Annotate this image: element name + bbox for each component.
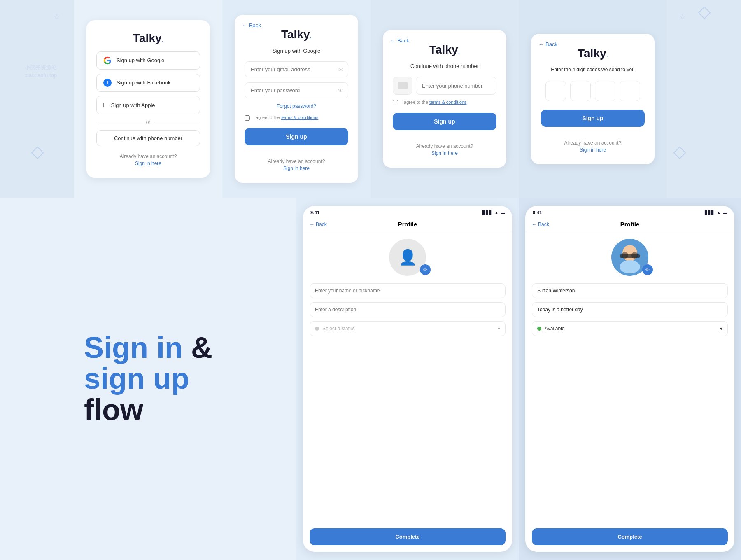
- otp-box-4[interactable]: [620, 81, 640, 101]
- tagline-line1: Sign in &: [84, 332, 212, 364]
- complete-button-filled[interactable]: Complete: [532, 528, 728, 545]
- already-account-text-1: Already have an account?: [96, 154, 200, 159]
- terms-checkbox-2[interactable]: [245, 115, 250, 121]
- facebook-signup-button[interactable]: f Sign up with Facebook: [96, 74, 200, 92]
- signin-link-1[interactable]: Sign in here: [96, 161, 200, 166]
- profile-empty-frame: 9:41 ▋▋▋ ▲ ▬ ← Back Profile: [303, 206, 512, 552]
- terms-label-2: I agree to the terms & conditions: [253, 115, 318, 120]
- google-btn-label: Sign up with Google: [117, 57, 164, 63]
- avatar-filled-area: ✏: [532, 239, 728, 276]
- terms-checkbox-3[interactable]: [393, 100, 398, 105]
- back-arrow-icon-profile-filled: ←: [532, 222, 537, 227]
- terms-label-3: I agree to the terms & conditions: [401, 100, 466, 105]
- logo-dot-4: .: [606, 51, 608, 58]
- signup-button-2[interactable]: Sign up: [245, 128, 348, 145]
- facebook-btn-label: Sign up with Facebook: [117, 79, 171, 86]
- google-icon: [103, 56, 112, 65]
- description-input-empty[interactable]: [310, 302, 506, 317]
- terms-link-3[interactable]: terms & conditions: [429, 100, 466, 105]
- logo-dot-2: .: [310, 33, 312, 40]
- profile-filled-title: Profile: [620, 221, 640, 228]
- screen3-subtitle: Continue with phone number: [393, 63, 496, 69]
- screen-3-card: ← Back Talky. Continue with phone number…: [383, 30, 506, 168]
- email-icon: ✉: [338, 66, 343, 73]
- name-display-filled: Suzan Winterson: [532, 283, 728, 298]
- status-select-left-empty: Select a status: [315, 326, 355, 331]
- status-select-filled[interactable]: Available ▾: [532, 321, 728, 336]
- avatar-empty-area: 👤 ✏: [310, 239, 506, 276]
- otp-row: [541, 81, 645, 101]
- flag-placeholder: [398, 82, 408, 89]
- status-bar-empty: 9:41 ▋▋▋ ▲ ▬: [303, 206, 512, 217]
- signin-link-4[interactable]: Sign in here: [541, 147, 645, 153]
- wifi-icon: ▲: [494, 210, 499, 215]
- profile-filled-frame: 9:41 ▋▋▋ ▲ ▬ ← Back Profile: [525, 206, 734, 552]
- tagline-flow: flow: [84, 394, 212, 426]
- status-bar-filled: 9:41 ▋▋▋ ▲ ▬: [525, 206, 734, 217]
- back-link-3[interactable]: ← Back: [390, 37, 409, 44]
- profile-filled-content: ✏ Suzan Winterson Today is a better day …: [525, 232, 734, 552]
- signin-link-3[interactable]: Sign in here: [393, 150, 496, 156]
- back-link-2[interactable]: ← Back: [242, 22, 261, 28]
- back-arrow-icon-2: ←: [242, 22, 247, 28]
- tagline-and: &: [183, 331, 212, 364]
- chevron-down-icon-empty: ▾: [498, 326, 500, 331]
- back-link-profile-empty[interactable]: ← Back: [310, 222, 327, 227]
- already-account-text-2: Already have an account?: [245, 159, 348, 164]
- signal-icon: ▋▋▋: [482, 210, 492, 215]
- right-panels: 9:41 ▋▋▋ ▲ ▬ ← Back Profile: [296, 198, 741, 560]
- screen-2-panel: ← Back Talky. Sign up with Google ✉ 👁 Fo…: [222, 0, 370, 198]
- signal-icons-filled: ▋▋▋ ▲ ▬: [705, 210, 727, 215]
- status-select-empty[interactable]: Select a status ▾: [310, 321, 506, 336]
- top-row: Talky. Sign up with Google f Sign up wit…: [0, 0, 741, 198]
- tagline-signup: sign up: [84, 363, 212, 394]
- complete-button-empty[interactable]: Complete: [310, 528, 506, 545]
- profile-filled-header: ← Back Profile: [525, 217, 734, 232]
- phone-input[interactable]: [416, 77, 496, 95]
- tagline-signin: Sign in: [84, 331, 183, 364]
- app-name-1: Talky: [133, 32, 162, 44]
- terms-row-3: I agree to the terms & conditions: [393, 100, 496, 105]
- signin-link-2[interactable]: Sign in here: [245, 166, 348, 171]
- terms-link-2[interactable]: terms & conditions: [281, 115, 318, 120]
- desc-display-filled: Today is a better day: [532, 302, 728, 317]
- time-filled: 9:41: [533, 210, 542, 215]
- google-signup-button[interactable]: Sign up with Google: [96, 51, 200, 70]
- back-link-profile-filled[interactable]: ← Back: [532, 222, 549, 227]
- already-account-text-4: Already have an account?: [541, 140, 645, 146]
- screen2-subtitle: Sign up with Google: [245, 48, 348, 54]
- name-input-empty[interactable]: [310, 283, 506, 298]
- profile-empty-header: ← Back Profile: [303, 217, 512, 232]
- status-placeholder-empty: Select a status: [322, 326, 355, 331]
- edit-avatar-button-filled[interactable]: ✏: [642, 264, 653, 275]
- signup-button-3[interactable]: Sign up: [393, 113, 496, 130]
- phone-continue-button[interactable]: Continue with phone number: [96, 130, 200, 146]
- signal-icon-filled: ▋▋▋: [705, 210, 715, 215]
- forgot-password-link[interactable]: Forgot password?: [245, 103, 348, 109]
- svg-point-5: [620, 260, 640, 273]
- apple-signup-button[interactable]:  Sign up with Apple: [96, 96, 200, 114]
- app-name-3: Talky: [429, 43, 458, 56]
- battery-icon-filled: ▬: [723, 210, 727, 215]
- terms-row-2: I agree to the terms & conditions: [245, 115, 348, 121]
- signal-icons-empty: ▋▋▋ ▲ ▬: [482, 210, 505, 215]
- status-dot-filled: [537, 327, 541, 331]
- logo-2: Talky.: [245, 28, 348, 41]
- app-name-4: Talky: [578, 47, 606, 60]
- logo-dot-1: .: [162, 36, 163, 43]
- email-input[interactable]: [245, 61, 348, 77]
- back-link-4[interactable]: ← Back: [538, 41, 557, 47]
- screen-4-card: ← Back Talky. Enter the 4 digit codes we…: [531, 34, 655, 164]
- signup-button-4[interactable]: Sign up: [541, 110, 645, 127]
- edit-avatar-button[interactable]: ✏: [420, 264, 431, 275]
- password-input[interactable]: [245, 82, 348, 98]
- logo-1: Talky.: [96, 32, 200, 45]
- divider-1: or: [96, 119, 200, 125]
- otp-box-1[interactable]: [545, 81, 566, 101]
- svg-point-3: [622, 252, 628, 259]
- otp-box-2[interactable]: [570, 81, 591, 101]
- chevron-down-icon-filled: ▾: [720, 326, 722, 331]
- apple-btn-label: Sign up with Apple: [111, 102, 155, 108]
- otp-box-3[interactable]: [595, 81, 615, 101]
- flag-box[interactable]: [393, 77, 412, 95]
